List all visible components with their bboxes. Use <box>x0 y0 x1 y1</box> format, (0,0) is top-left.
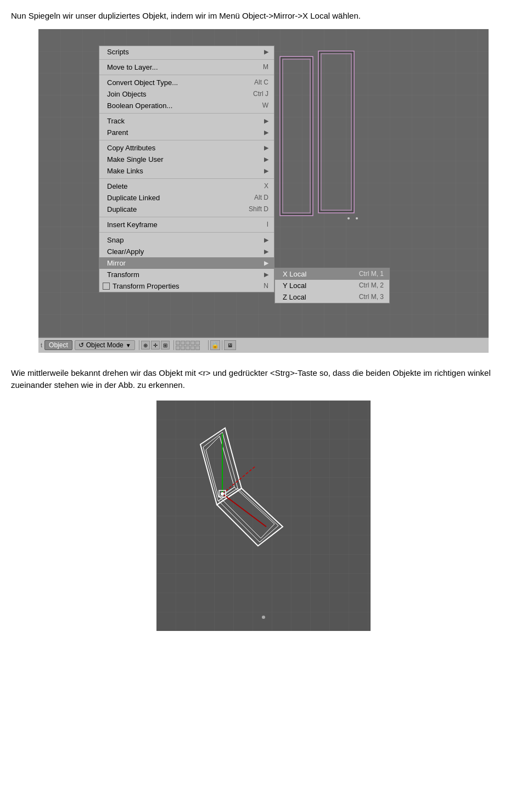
bottom-text: Wie mittlerweile bekannt drehen wir das … <box>11 368 491 390</box>
convert-object-type-label: Convert Object Type... <box>107 78 178 87</box>
toolbar-divider-3 <box>208 340 209 350</box>
insert-keyframe-label: Insert Keyframe <box>107 221 158 229</box>
menu-item-join-objects[interactable]: Join Objects Ctrl J <box>99 88 274 100</box>
scripts-arrow: ▶ <box>264 48 268 55</box>
lg-10[interactable] <box>195 346 200 350</box>
bottom-paragraph: Wie mittlerweile bekannt drehen wir das … <box>0 358 527 401</box>
parent-arrow: ▶ <box>264 129 268 136</box>
clear-apply-label: Clear/Apply <box>107 247 144 256</box>
duplicate-linked-label: Duplicate Linked <box>107 194 160 202</box>
svg-point-8 <box>356 217 358 219</box>
mode-dropdown-icon: ▼ <box>126 342 131 348</box>
make-single-user-label: Make Single User <box>107 155 164 163</box>
transform-properties-shortcut: N <box>264 282 268 290</box>
layer-grid-buttons <box>176 341 204 350</box>
track-label: Track <box>107 117 125 125</box>
second-viewport <box>156 401 371 631</box>
lg-3[interactable] <box>186 341 190 345</box>
divider-3 <box>99 113 274 114</box>
screen-icon[interactable]: 🖥 <box>224 340 236 350</box>
menu-item-duplicate-linked[interactable]: Duplicate Linked Alt D <box>99 192 274 204</box>
layer-btn-3[interactable]: ⊞ <box>161 341 170 349</box>
svg-point-7 <box>347 217 350 219</box>
divider-4 <box>99 140 274 140</box>
lg-8[interactable] <box>186 346 190 350</box>
menu-item-duplicate[interactable]: Duplicate Shift D <box>99 204 274 215</box>
toolbar-divider-4 <box>222 340 222 350</box>
menu-item-make-links[interactable]: Make Links ▶ <box>99 165 274 177</box>
toolbar-t-label: t <box>41 342 42 348</box>
z-local-shortcut: Ctrl M, 3 <box>359 293 384 301</box>
submenu-item-z-local[interactable]: Z Local Ctrl M, 3 <box>275 291 389 303</box>
lg-1[interactable] <box>176 341 180 345</box>
track-arrow: ▶ <box>264 117 268 125</box>
layer-btn-2[interactable]: ✛ <box>151 341 160 349</box>
x-local-label: X Local <box>283 270 306 278</box>
transform-arrow: ▶ <box>264 271 268 278</box>
menu-item-mirror[interactable]: Mirror ▶ <box>99 257 274 269</box>
toolbar-divider-2 <box>173 340 174 350</box>
menu-item-scripts[interactable]: Scripts ▶ <box>99 46 274 58</box>
delete-label: Delete <box>107 182 128 190</box>
move-to-layer-label: Move to Layer... <box>107 63 158 71</box>
join-objects-label: Join Objects <box>107 90 147 98</box>
lg-9[interactable] <box>190 346 195 350</box>
menu-item-insert-keyframe[interactable]: Insert Keyframe I <box>99 219 274 230</box>
submenu-item-y-local[interactable]: Y Local Ctrl M, 2 <box>275 280 389 291</box>
lg-4[interactable] <box>190 341 195 345</box>
lg-7[interactable] <box>181 346 185 350</box>
convert-object-type-shortcut: Alt C <box>254 78 268 86</box>
lock-icon[interactable]: 🔒 <box>210 340 220 350</box>
make-links-label: Make Links <box>107 167 143 175</box>
lg-2[interactable] <box>181 341 185 345</box>
menu-item-delete[interactable]: Delete X <box>99 181 274 192</box>
divider-1 <box>99 59 274 60</box>
boolean-operation-label: Boolean Operation... <box>107 101 172 110</box>
svg-point-20 <box>221 492 224 495</box>
intro-text: Nun Spiegeln wir unser dupliziertes Obje… <box>11 11 361 20</box>
y-local-shortcut: Ctrl M, 2 <box>359 281 384 289</box>
menu-item-boolean-operation[interactable]: Boolean Operation... W <box>99 100 274 111</box>
svg-point-21 <box>262 616 265 619</box>
copy-attributes-label: Copy Attributes <box>107 144 155 152</box>
second-viewport-svg <box>156 401 371 631</box>
toolbar-divider-1 <box>139 340 139 350</box>
duplicate-label: Duplicate <box>107 205 137 213</box>
layer-btn-1[interactable]: ⊕ <box>141 341 150 349</box>
menu-item-track[interactable]: Track ▶ <box>99 115 274 127</box>
bottom-toolbar: t Object ↺ Object Mode ▼ ⊕ ✛ ⊞ <box>38 337 489 353</box>
snap-arrow: ▶ <box>264 236 268 244</box>
delete-shortcut: X <box>264 182 268 190</box>
transform-label: Transform <box>107 270 139 279</box>
menu-item-copy-attributes[interactable]: Copy Attributes ▶ <box>99 142 274 154</box>
lg-5[interactable] <box>195 341 200 345</box>
lg-6[interactable] <box>176 346 180 350</box>
duplicate-linked-shortcut: Alt D <box>254 194 268 201</box>
menu-item-transform-properties[interactable]: Transform Properties N <box>99 280 274 292</box>
intro-paragraph: Nun Spiegeln wir unser dupliziertes Obje… <box>0 0 527 29</box>
svg-rect-9 <box>156 401 371 631</box>
mode-selector[interactable]: ↺ Object Mode ▼ <box>75 340 135 350</box>
move-to-layer-shortcut: M <box>263 63 268 71</box>
z-local-label: Z Local <box>283 293 306 301</box>
parent-label: Parent <box>107 128 128 137</box>
copy-attributes-arrow: ▶ <box>264 144 268 151</box>
menu-item-snap[interactable]: Snap ▶ <box>99 234 274 246</box>
make-single-user-arrow: ▶ <box>264 156 268 163</box>
divider-5 <box>99 178 274 179</box>
make-links-arrow: ▶ <box>264 167 268 174</box>
menu-item-clear-apply[interactable]: Clear/Apply ▶ <box>99 246 274 257</box>
menu-item-convert-object-type[interactable]: Convert Object Type... Alt C <box>99 77 274 88</box>
menu-item-transform[interactable]: Transform ▶ <box>99 269 274 280</box>
clear-apply-arrow: ▶ <box>264 248 268 255</box>
submenu-item-x-local[interactable]: X Local Ctrl M, 1 <box>275 268 389 280</box>
menu-item-move-to-layer[interactable]: Move to Layer... M <box>99 61 274 73</box>
insert-keyframe-shortcut: I <box>267 221 268 228</box>
object-button[interactable]: Object <box>44 340 72 350</box>
x-local-shortcut: Ctrl M, 1 <box>359 270 384 278</box>
duplicate-shortcut: Shift D <box>249 205 268 213</box>
menu-item-parent[interactable]: Parent ▶ <box>99 127 274 138</box>
menu-item-make-single-user[interactable]: Make Single User ▶ <box>99 154 274 165</box>
menu-item-scripts-label: Scripts <box>107 48 129 56</box>
mirror-submenu: X Local Ctrl M, 1 Y Local Ctrl M, 2 Z Lo… <box>274 268 390 303</box>
